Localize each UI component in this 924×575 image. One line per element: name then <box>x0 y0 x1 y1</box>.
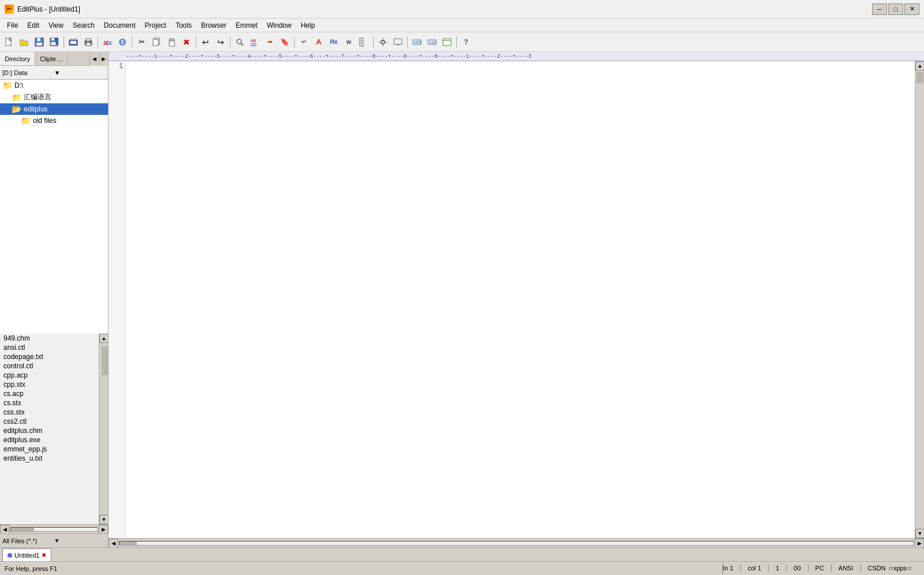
list-item[interactable]: editplus.exe <box>0 435 99 445</box>
list-item[interactable]: 949.chm <box>0 334 99 343</box>
editor-text[interactable] <box>126 61 915 538</box>
tree-item-hb[interactable]: 📁 汇编语言 <box>0 91 108 103</box>
font-button[interactable]: A <box>312 35 326 49</box>
file-hscroll[interactable]: ◀ ▶ <box>0 524 108 533</box>
list-item[interactable]: ansi.ctl <box>0 343 99 352</box>
tree-area[interactable]: 📁 D:\ 📁 汇编语言 📂 editplus 📁 old files <box>0 80 108 334</box>
svg-rect-3 <box>37 38 40 41</box>
redo-button[interactable]: ↪ <box>214 35 228 49</box>
menu-browser[interactable]: Browser <box>196 20 231 31</box>
print-preview-button[interactable] <box>66 35 80 49</box>
wordcount-button[interactable]: W <box>342 35 356 49</box>
scroll-down-arrow[interactable]: ▼ <box>99 515 108 524</box>
editor-scroll-up[interactable]: ▲ <box>915 61 924 70</box>
print-button[interactable] <box>81 35 95 49</box>
tab-cliptext[interactable]: Clipte… <box>35 52 68 65</box>
toolbar-sep-6 <box>294 36 295 48</box>
hscroll-thumb[interactable] <box>11 528 34 531</box>
copy-button[interactable] <box>150 35 163 49</box>
menu-view[interactable]: View <box>44 20 68 31</box>
sidebar-tabs: Directory Clipte… ◀ ▶ <box>0 52 108 66</box>
maximize-button[interactable]: □ <box>888 3 903 15</box>
dir-dropdown-arrow[interactable]: ▼ <box>54 69 106 76</box>
menu-help[interactable]: Help <box>296 20 320 31</box>
html-tb1-button[interactable]: HTM <box>410 35 424 49</box>
folder-icon: 📁 <box>12 93 21 102</box>
editor-vscroll-thumb[interactable] <box>916 72 923 83</box>
html-tb2-button[interactable]: CSS <box>425 35 439 49</box>
file-filter[interactable]: All Files (*.*) ▼ <box>0 533 108 547</box>
paste-button[interactable] <box>165 35 178 49</box>
status-bar: For Help, press F1 In 1 col 1 1 00 PC AN… <box>0 561 924 575</box>
column-sel-button[interactable] <box>357 35 371 49</box>
new-button[interactable] <box>2 35 16 49</box>
menu-document[interactable]: Document <box>99 20 140 31</box>
hscroll-left-arrow[interactable]: ◀ <box>0 525 9 534</box>
editor-hscroll-right[interactable]: ▶ <box>915 539 924 548</box>
menu-window[interactable]: Window <box>262 20 296 31</box>
menu-emmet[interactable]: Emmet <box>231 20 262 31</box>
file-scrollbar[interactable]: ▲ ▼ <box>99 334 108 524</box>
tab-directory[interactable]: Directory <box>0 52 35 65</box>
menu-file[interactable]: File <box>2 20 23 31</box>
spell-button[interactable]: abc <box>100 35 114 49</box>
browser-preview-button[interactable] <box>440 35 454 49</box>
hex-button[interactable]: Hx <box>327 35 341 49</box>
scroll-thumb[interactable] <box>102 346 108 375</box>
editor-hscroll[interactable]: ◀ ▶ <box>109 538 924 547</box>
title-bar-controls[interactable]: ─ □ ✕ <box>872 3 919 15</box>
editor-hscroll-left[interactable]: ◀ <box>109 539 118 548</box>
toggle-marker-button[interactable]: ➡ <box>263 35 277 49</box>
file-filter-arrow[interactable]: ▼ <box>54 537 106 544</box>
line-numbers: 1 <box>109 61 126 538</box>
list-item[interactable]: codepage.txt <box>0 352 99 361</box>
list-item[interactable]: editplus.chm <box>0 426 99 435</box>
sidebar-prev-arrow[interactable]: ◀ <box>90 52 99 66</box>
menu-project[interactable]: Project <box>140 20 171 31</box>
menu-edit[interactable]: Edit <box>23 20 44 31</box>
list-item[interactable]: cs.acp <box>0 389 99 398</box>
close-button[interactable]: ✕ <box>904 3 919 15</box>
tree-item-oldfiles[interactable]: 📁 old files <box>0 115 108 126</box>
list-item[interactable]: cpp.stx <box>0 380 99 389</box>
replace-button[interactable]: ABCD <box>248 35 262 49</box>
menu-search[interactable]: Search <box>68 20 99 31</box>
scroll-up-arrow[interactable]: ▲ <box>99 334 108 343</box>
editor-scroll-down[interactable]: ▼ <box>915 529 924 538</box>
delete-button[interactable]: ✖ <box>180 35 193 49</box>
list-item[interactable]: cpp.acp <box>0 371 99 380</box>
find-button[interactable] <box>233 35 247 49</box>
monitor-button[interactable] <box>391 35 405 49</box>
menu-tools[interactable]: Tools <box>171 20 196 31</box>
save-all-button[interactable] <box>47 35 61 49</box>
editor-hscroll-track[interactable] <box>119 541 914 546</box>
open-button[interactable] <box>17 35 31 49</box>
list-item[interactable]: css2.ctl <box>0 417 99 426</box>
editor-tab-untitled1[interactable]: Untitled1 ✖ <box>2 548 51 561</box>
hscroll-track[interactable] <box>10 527 98 532</box>
list-item[interactable]: css.stx <box>0 408 99 417</box>
list-item[interactable]: entities_u.txt <box>0 454 99 463</box>
editor-hscroll-thumb[interactable] <box>120 542 137 545</box>
tree-item-label: old files <box>33 117 57 125</box>
hscroll-right-arrow[interactable]: ▶ <box>99 525 108 534</box>
save-button[interactable] <box>32 35 46 49</box>
cut-button[interactable]: ✂ <box>135 35 148 49</box>
editor-vscroll[interactable]: ▲ ▼ <box>915 61 924 538</box>
list-item[interactable]: cs.stx <box>0 398 99 408</box>
undo-button[interactable]: ↩ <box>199 35 213 49</box>
file-list[interactable]: 949.chm ansi.ctl codepage.txt control.ct… <box>0 334 99 524</box>
ftp-button[interactable] <box>116 35 129 49</box>
tree-item-editplus[interactable]: 📂 editplus <box>0 103 108 115</box>
list-item[interactable]: control.ctl <box>0 361 99 371</box>
sidebar-next-arrow[interactable]: ▶ <box>99 52 108 66</box>
minimize-button[interactable]: ─ <box>872 3 887 15</box>
list-item[interactable]: emmet_epp.js <box>0 445 99 454</box>
wordwrap-button[interactable]: ↵ <box>297 35 311 49</box>
tree-item-d[interactable]: 📁 D:\ <box>0 80 108 91</box>
settings-button[interactable] <box>376 35 390 49</box>
tab-close-button[interactable]: ✖ <box>42 552 46 558</box>
dir-dropdown[interactable]: [D:] Data ▼ <box>0 66 108 80</box>
help-button[interactable]: ? <box>459 35 473 49</box>
bookmark-button[interactable]: 🔖 <box>278 35 292 49</box>
